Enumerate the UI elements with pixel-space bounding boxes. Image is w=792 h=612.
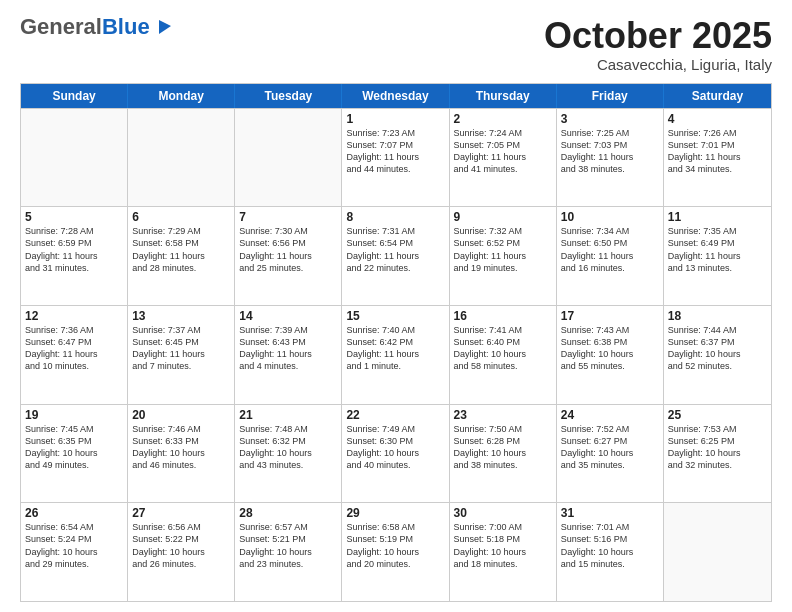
logo-icon: [153, 16, 175, 38]
cell-info: Sunrise: 7:30 AM Sunset: 6:56 PM Dayligh…: [239, 225, 337, 274]
cal-cell: 7Sunrise: 7:30 AM Sunset: 6:56 PM Daylig…: [235, 207, 342, 305]
calendar: SundayMondayTuesdayWednesdayThursdayFrid…: [20, 83, 772, 602]
day-number: 16: [454, 309, 552, 323]
day-number: 30: [454, 506, 552, 520]
header-day-monday: Monday: [128, 84, 235, 108]
header: GeneralBlue October 2025 Casavecchia, Li…: [20, 16, 772, 73]
cal-cell: 31Sunrise: 7:01 AM Sunset: 5:16 PM Dayli…: [557, 503, 664, 601]
day-number: 23: [454, 408, 552, 422]
cal-cell: 9Sunrise: 7:32 AM Sunset: 6:52 PM Daylig…: [450, 207, 557, 305]
day-number: 10: [561, 210, 659, 224]
header-day-sunday: Sunday: [21, 84, 128, 108]
day-number: 5: [25, 210, 123, 224]
day-number: 18: [668, 309, 767, 323]
cell-info: Sunrise: 7:52 AM Sunset: 6:27 PM Dayligh…: [561, 423, 659, 472]
cal-cell: 4Sunrise: 7:26 AM Sunset: 7:01 PM Daylig…: [664, 109, 771, 207]
day-number: 2: [454, 112, 552, 126]
cal-cell: 12Sunrise: 7:36 AM Sunset: 6:47 PM Dayli…: [21, 306, 128, 404]
cal-row-2: 12Sunrise: 7:36 AM Sunset: 6:47 PM Dayli…: [21, 305, 771, 404]
cell-info: Sunrise: 7:39 AM Sunset: 6:43 PM Dayligh…: [239, 324, 337, 373]
day-number: 12: [25, 309, 123, 323]
cell-info: Sunrise: 6:57 AM Sunset: 5:21 PM Dayligh…: [239, 521, 337, 570]
cell-info: Sunrise: 7:45 AM Sunset: 6:35 PM Dayligh…: [25, 423, 123, 472]
cell-info: Sunrise: 7:29 AM Sunset: 6:58 PM Dayligh…: [132, 225, 230, 274]
cal-cell: [128, 109, 235, 207]
cal-cell: 24Sunrise: 7:52 AM Sunset: 6:27 PM Dayli…: [557, 405, 664, 503]
day-number: 14: [239, 309, 337, 323]
cal-cell: 6Sunrise: 7:29 AM Sunset: 6:58 PM Daylig…: [128, 207, 235, 305]
cal-cell: [235, 109, 342, 207]
cal-row-3: 19Sunrise: 7:45 AM Sunset: 6:35 PM Dayli…: [21, 404, 771, 503]
day-number: 17: [561, 309, 659, 323]
day-number: 7: [239, 210, 337, 224]
cal-cell: 17Sunrise: 7:43 AM Sunset: 6:38 PM Dayli…: [557, 306, 664, 404]
day-number: 31: [561, 506, 659, 520]
day-number: 15: [346, 309, 444, 323]
cell-info: Sunrise: 7:37 AM Sunset: 6:45 PM Dayligh…: [132, 324, 230, 373]
page: GeneralBlue October 2025 Casavecchia, Li…: [0, 0, 792, 612]
calendar-header: SundayMondayTuesdayWednesdayThursdayFrid…: [21, 84, 771, 108]
cell-info: Sunrise: 7:35 AM Sunset: 6:49 PM Dayligh…: [668, 225, 767, 274]
cal-cell: 1Sunrise: 7:23 AM Sunset: 7:07 PM Daylig…: [342, 109, 449, 207]
svg-marker-0: [159, 20, 171, 34]
location: Casavecchia, Liguria, Italy: [544, 56, 772, 73]
cell-info: Sunrise: 7:41 AM Sunset: 6:40 PM Dayligh…: [454, 324, 552, 373]
logo-general: General: [20, 14, 102, 39]
cell-info: Sunrise: 7:25 AM Sunset: 7:03 PM Dayligh…: [561, 127, 659, 176]
cal-cell: 28Sunrise: 6:57 AM Sunset: 5:21 PM Dayli…: [235, 503, 342, 601]
day-number: 9: [454, 210, 552, 224]
cell-info: Sunrise: 7:36 AM Sunset: 6:47 PM Dayligh…: [25, 324, 123, 373]
logo: GeneralBlue: [20, 16, 175, 38]
cal-cell: [21, 109, 128, 207]
cal-cell: 30Sunrise: 7:00 AM Sunset: 5:18 PM Dayli…: [450, 503, 557, 601]
cell-info: Sunrise: 7:34 AM Sunset: 6:50 PM Dayligh…: [561, 225, 659, 274]
cal-row-4: 26Sunrise: 6:54 AM Sunset: 5:24 PM Dayli…: [21, 502, 771, 601]
cal-cell: 18Sunrise: 7:44 AM Sunset: 6:37 PM Dayli…: [664, 306, 771, 404]
day-number: 6: [132, 210, 230, 224]
cal-cell: 11Sunrise: 7:35 AM Sunset: 6:49 PM Dayli…: [664, 207, 771, 305]
cal-cell: 16Sunrise: 7:41 AM Sunset: 6:40 PM Dayli…: [450, 306, 557, 404]
cal-cell: 25Sunrise: 7:53 AM Sunset: 6:25 PM Dayli…: [664, 405, 771, 503]
cal-cell: 26Sunrise: 6:54 AM Sunset: 5:24 PM Dayli…: [21, 503, 128, 601]
day-number: 27: [132, 506, 230, 520]
cell-info: Sunrise: 7:01 AM Sunset: 5:16 PM Dayligh…: [561, 521, 659, 570]
cell-info: Sunrise: 7:43 AM Sunset: 6:38 PM Dayligh…: [561, 324, 659, 373]
cal-cell: 10Sunrise: 7:34 AM Sunset: 6:50 PM Dayli…: [557, 207, 664, 305]
header-day-wednesday: Wednesday: [342, 84, 449, 108]
cell-info: Sunrise: 7:53 AM Sunset: 6:25 PM Dayligh…: [668, 423, 767, 472]
cal-cell: 27Sunrise: 6:56 AM Sunset: 5:22 PM Dayli…: [128, 503, 235, 601]
day-number: 28: [239, 506, 337, 520]
cell-info: Sunrise: 7:46 AM Sunset: 6:33 PM Dayligh…: [132, 423, 230, 472]
cal-cell: 20Sunrise: 7:46 AM Sunset: 6:33 PM Dayli…: [128, 405, 235, 503]
cal-cell: 15Sunrise: 7:40 AM Sunset: 6:42 PM Dayli…: [342, 306, 449, 404]
cell-info: Sunrise: 7:31 AM Sunset: 6:54 PM Dayligh…: [346, 225, 444, 274]
header-day-saturday: Saturday: [664, 84, 771, 108]
header-day-tuesday: Tuesday: [235, 84, 342, 108]
day-number: 3: [561, 112, 659, 126]
cell-info: Sunrise: 7:23 AM Sunset: 7:07 PM Dayligh…: [346, 127, 444, 176]
cell-info: Sunrise: 7:50 AM Sunset: 6:28 PM Dayligh…: [454, 423, 552, 472]
day-number: 13: [132, 309, 230, 323]
day-number: 19: [25, 408, 123, 422]
cal-cell: 5Sunrise: 7:28 AM Sunset: 6:59 PM Daylig…: [21, 207, 128, 305]
header-day-thursday: Thursday: [450, 84, 557, 108]
calendar-body: 1Sunrise: 7:23 AM Sunset: 7:07 PM Daylig…: [21, 108, 771, 601]
title-block: October 2025 Casavecchia, Liguria, Italy: [544, 16, 772, 73]
cell-info: Sunrise: 7:44 AM Sunset: 6:37 PM Dayligh…: [668, 324, 767, 373]
cal-cell: 13Sunrise: 7:37 AM Sunset: 6:45 PM Dayli…: [128, 306, 235, 404]
cell-info: Sunrise: 7:28 AM Sunset: 6:59 PM Dayligh…: [25, 225, 123, 274]
logo-blue: Blue: [102, 14, 150, 39]
cell-info: Sunrise: 7:32 AM Sunset: 6:52 PM Dayligh…: [454, 225, 552, 274]
day-number: 20: [132, 408, 230, 422]
cell-info: Sunrise: 7:40 AM Sunset: 6:42 PM Dayligh…: [346, 324, 444, 373]
cal-cell: [664, 503, 771, 601]
cell-info: Sunrise: 6:54 AM Sunset: 5:24 PM Dayligh…: [25, 521, 123, 570]
cell-info: Sunrise: 7:24 AM Sunset: 7:05 PM Dayligh…: [454, 127, 552, 176]
cal-row-0: 1Sunrise: 7:23 AM Sunset: 7:07 PM Daylig…: [21, 108, 771, 207]
day-number: 11: [668, 210, 767, 224]
cal-cell: 29Sunrise: 6:58 AM Sunset: 5:19 PM Dayli…: [342, 503, 449, 601]
cal-cell: 8Sunrise: 7:31 AM Sunset: 6:54 PM Daylig…: [342, 207, 449, 305]
month-title: October 2025: [544, 16, 772, 56]
day-number: 25: [668, 408, 767, 422]
cal-cell: 3Sunrise: 7:25 AM Sunset: 7:03 PM Daylig…: [557, 109, 664, 207]
